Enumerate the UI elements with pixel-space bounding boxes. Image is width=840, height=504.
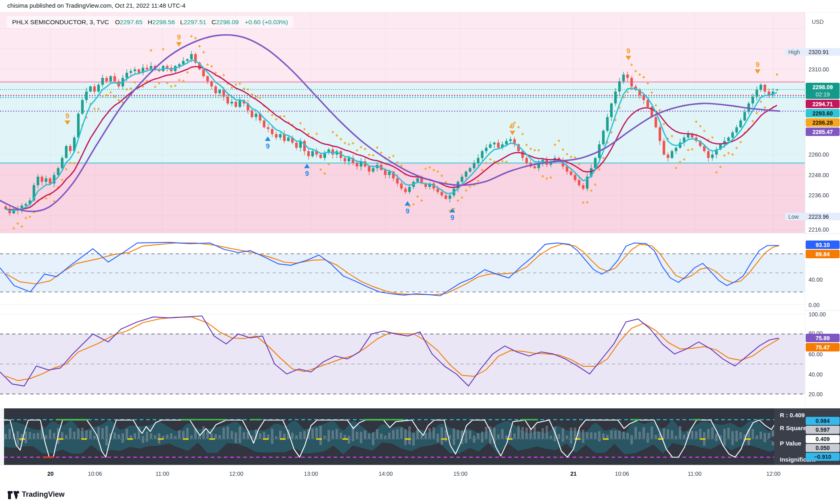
stoch2-value-badge: 75.89: [806, 334, 840, 342]
price-tick-label: 2236.00: [808, 192, 829, 199]
sell-setup-9-marker: 9: [756, 61, 759, 69]
ohlc-value: 2298.56: [152, 19, 175, 25]
time-axis-label: 12:00: [229, 471, 243, 477]
price-bands: [0, 12, 805, 233]
high-price-row: High2320.91: [785, 48, 840, 56]
currency-label: USD: [812, 19, 824, 25]
time-axis-label: 20: [47, 471, 54, 477]
time-axis-label: 10:06: [88, 471, 102, 477]
ohlc-field: O2297.65: [115, 19, 143, 26]
publish-text: chisima published on TradingView.com, Oc…: [7, 2, 185, 9]
stoch-pane-1: [0, 233, 805, 311]
high-label: High: [788, 49, 806, 55]
time-axis-label: 21: [570, 471, 577, 477]
ohlc-letter: H: [148, 19, 152, 25]
buy-setup-9-marker: 9: [305, 170, 309, 178]
price-tick-label: 2260.00: [808, 151, 829, 158]
price-badge: 2294.71: [806, 100, 840, 108]
correlation-stat-badge: 0.409: [806, 435, 840, 443]
correlation-pane: [0, 408, 840, 465]
publish-banner: chisima published on TradingView.com, Oc…: [0, 0, 840, 12]
stoch1-value-badge: 89.84: [806, 250, 840, 258]
time-axis[interactable]: [0, 465, 840, 487]
sell-setup-9-marker: 9: [510, 122, 514, 130]
ohlc-field: L2297.51: [180, 19, 206, 26]
correlation-stat-badge: 0.984: [806, 417, 840, 425]
oscillator-tick-label: 20.00: [808, 391, 823, 397]
price-tick-label: 2310.00: [808, 66, 829, 73]
time-axis-label: 13:00: [304, 471, 318, 477]
price-tick-label: 2216.00: [808, 226, 829, 233]
buy-setup-9-marker: 9: [450, 214, 454, 222]
low-price-row: Low2223.96: [785, 213, 840, 220]
price-badge: 2298.0902:19: [806, 83, 840, 99]
ohlc-value: 2298.09: [216, 19, 239, 25]
high-value: 2320.91: [808, 49, 829, 55]
chart-canvas[interactable]: 999999999: [0, 0, 840, 504]
buy-setup-9-marker: 9: [266, 142, 269, 150]
sell-setup-9-marker: 9: [177, 33, 181, 41]
change-value: +0.60 (+0.03%): [245, 19, 288, 26]
sell-setup-9-marker: 9: [65, 112, 69, 120]
stoch-pane-2: [0, 311, 805, 408]
ohlc-field: H2298.56: [148, 19, 175, 26]
ohlc-letter: L: [180, 19, 184, 25]
tradingview-chart-page: 999999999 chisima published on TradingVi…: [0, 0, 840, 504]
stoch1-value-badge: 93.10: [806, 240, 840, 249]
price-badge: 2293.60: [806, 109, 840, 117]
ohlc-value: 2297.51: [184, 19, 206, 25]
price-badge: 2285.47: [806, 128, 840, 136]
time-axis-label: 11:00: [688, 471, 701, 477]
ohlc-value: 2297.65: [120, 19, 143, 25]
oscillator-tick-label: 60.00: [808, 351, 823, 358]
time-axis-label: 10:06: [615, 471, 629, 477]
correlation-stat-badge: 0.597: [806, 426, 840, 434]
time-axis-label: 15:00: [453, 471, 467, 477]
correlation-stat-badge: −0.910: [806, 453, 840, 461]
ohlc-field: C2298.09: [212, 19, 239, 26]
low-label: Low: [788, 213, 806, 220]
badge-price: 2298.09: [813, 84, 833, 91]
symbol-title[interactable]: PHLX SEMICONDUCTOR, 3, TVC: [12, 19, 109, 26]
stoch2-value-badge: 75.47: [806, 343, 840, 351]
ohlc-letter: O: [115, 19, 120, 25]
symbol-legend[interactable]: PHLX SEMICONDUCTOR, 3, TVC O2297.65H2298…: [6, 16, 294, 28]
ohlc-values: O2297.65H2298.56L2297.51C2298.09: [115, 19, 239, 26]
price-badge: 2286.28: [806, 118, 840, 127]
time-axis-label: 12:00: [766, 471, 780, 477]
buy-setup-9-marker: 9: [405, 207, 409, 215]
price-tick-label: 2248.00: [808, 172, 829, 178]
tradingview-logo-icon[interactable]: [7, 490, 19, 500]
badge-countdown: 02:19: [815, 91, 830, 98]
footer: TradingView: [0, 487, 840, 504]
correlation-stat-label: R : 0.409: [780, 412, 805, 418]
correlation-stat-badge: 0.050: [806, 444, 840, 452]
time-axis-label: 11:00: [155, 471, 169, 477]
low-value: 2223.96: [808, 213, 829, 220]
oscillator-tick-label: 40.00: [808, 276, 823, 283]
footer-brand-text[interactable]: TradingView: [22, 490, 65, 499]
ohlc-letter: C: [212, 19, 216, 25]
oscillator-tick-label: 0.00: [808, 302, 819, 308]
sell-setup-9-marker: 9: [626, 47, 630, 55]
correlation-stat-label: P Value: [780, 440, 801, 447]
time-axis-label: 14:00: [378, 471, 393, 477]
oscillator-tick-label: 40.00: [808, 371, 823, 378]
oscillator-tick-label: 100.00: [808, 311, 826, 318]
correlation-pointer-arrow: [769, 436, 774, 442]
